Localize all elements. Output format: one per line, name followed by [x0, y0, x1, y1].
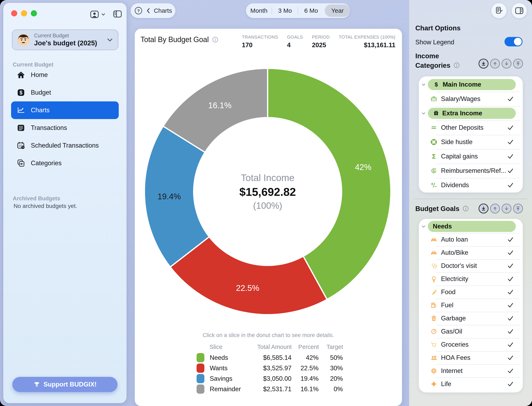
sort-move-down-button[interactable]: [502, 204, 511, 213]
donut-chart[interactable]: 42%22.5%19.4%16.1%: [140, 64, 395, 319]
goal-row-internet[interactable]: Internet: [419, 364, 523, 377]
sidebar-item-categories[interactable]: Categories: [11, 154, 119, 172]
chevron-down-icon: [106, 36, 113, 43]
legend-slice-name: Wants: [209, 363, 250, 373]
goal-row-electricity[interactable]: Electricity: [419, 272, 523, 285]
person-crop-square-icon: [89, 9, 99, 19]
chevron-down-icon[interactable]: [421, 82, 426, 87]
sort-move-to-top-button[interactable]: [513, 59, 523, 69]
lightbulb-icon: [430, 275, 438, 283]
minimize-button[interactable]: [21, 10, 27, 16]
legend-target: 30%: [319, 363, 343, 373]
goal-row-gas-oil[interactable]: Gas/Oil: [419, 325, 523, 338]
sidebar-item-label: Scheduled Transactions: [31, 142, 99, 149]
goal-row-auto-bike[interactable]: Auto/Bike: [419, 246, 523, 259]
sort-move-to-bottom-button[interactable]: [479, 204, 488, 213]
budget-goals-title-text: Budget Goals: [415, 205, 459, 212]
income-group-extra-income[interactable]: Extra Income: [419, 106, 523, 121]
sidebar-item-charts[interactable]: Charts: [11, 102, 119, 119]
sidebar-item-label: Home: [31, 71, 48, 79]
stat-goals: GOALS 4: [287, 35, 303, 49]
info-icon[interactable]: [453, 62, 460, 69]
sort-move-up-button[interactable]: [490, 59, 500, 69]
segment-month[interactable]: Month: [246, 3, 272, 18]
arrow-down-icon: [504, 61, 510, 66]
goal-row-garbage[interactable]: Garbage: [419, 312, 523, 325]
segment-label: Month: [250, 7, 267, 14]
info-icon[interactable]: [462, 205, 469, 212]
segment-year[interactable]: Year: [325, 5, 350, 17]
income-category-row-other-deposits[interactable]: Other Deposits: [419, 121, 523, 135]
legend-swatch-wants: [197, 363, 204, 373]
home-icon: [16, 70, 25, 80]
chart-title: Total By Budget Goal: [140, 35, 209, 44]
income-category-row-dividends[interactable]: Dividends: [419, 178, 523, 192]
checkmark-icon: [507, 124, 514, 131]
goals-sort-buttons: [479, 204, 523, 213]
segment-label: 6 Mo: [304, 7, 318, 14]
stat-transactions: TRANSACTIONS 170: [242, 35, 278, 49]
sidebar-item-home[interactable]: Home: [11, 66, 119, 84]
sidebar-item-transactions[interactable]: Transactions: [11, 119, 119, 137]
info-icon[interactable]: [212, 36, 219, 43]
arrow-down-icon: [504, 206, 510, 211]
stat-label: PERIOD: [312, 35, 330, 40]
legend-percent: 22.5%: [292, 363, 319, 373]
chart-list-menu-button[interactable]: [491, 3, 507, 18]
chevron-down-icon[interactable]: [421, 224, 426, 229]
stat-value: $13,161.11: [339, 42, 395, 49]
budget-selector[interactable]: Current Budget Joe's budget (2025): [12, 29, 118, 50]
toggle-sidebar-button[interactable]: [112, 9, 122, 20]
account-menu-button[interactable]: [89, 9, 106, 19]
support-budgix-button[interactable]: Support BUDGIX!: [12, 377, 118, 392]
sidebar-left-icon: [112, 9, 122, 19]
arrow-down-to-line-icon: [481, 61, 486, 66]
legend-row-savings: Savings $3,050.00 19.4% 20%: [196, 373, 343, 384]
sort-move-to-bottom-button[interactable]: [479, 59, 488, 69]
chevron-down-icon[interactable]: [421, 111, 426, 116]
goal-row-life[interactable]: Life: [419, 377, 523, 391]
segment-3mo[interactable]: 3 Mo: [272, 3, 298, 18]
chart-card: Total By Budget Goal TRANSACTIONS 170 GO…: [135, 29, 402, 406]
goal-label: Food: [441, 288, 456, 296]
segment-6mo[interactable]: 6 Mo: [298, 3, 324, 18]
goal-row-food[interactable]: Food: [419, 285, 523, 299]
stat-label: TOTAL EXPENSES (100%): [339, 35, 395, 40]
category-label: Salary/Wages: [441, 95, 480, 103]
toggle-right-panel-button[interactable]: [512, 3, 527, 18]
show-legend-toggle[interactable]: [504, 37, 523, 46]
goal-row-auto-loan[interactable]: Auto loan: [419, 233, 523, 246]
arrow-up-to-line-icon: [515, 206, 521, 211]
income-group-main-income[interactable]: $ Main Income: [419, 77, 523, 92]
sidebar-item-budget[interactable]: $ Budget: [11, 84, 119, 102]
sort-move-up-button[interactable]: [490, 204, 500, 213]
group-pill: Extra Income: [428, 108, 516, 119]
zoom-button[interactable]: [31, 10, 37, 16]
goal-row-groceries[interactable]: Groceries: [419, 338, 523, 351]
legend-percent: 42%: [292, 352, 319, 363]
legend-header-row: Slice Total Amount Percent Target: [196, 344, 343, 352]
income-category-row-reimbursements[interactable]: $ Reimbursements/Ref...: [419, 164, 523, 178]
income-category-row-side-hustle[interactable]: Side hustle: [419, 135, 523, 149]
sidebar-nav: Home $ Budget Charts: [11, 66, 119, 172]
budget-selector-value: Joe's budget (2025): [34, 39, 106, 47]
income-category-row-capital-gains[interactable]: Σ Capital gains: [419, 149, 523, 164]
goal-row-hoa-fees[interactable]: HOA Fees: [419, 351, 523, 364]
goal-row-doctors-visit[interactable]: Doctor's visit: [419, 259, 523, 272]
arrow-up-icon: [492, 206, 498, 211]
list-icon: [16, 123, 25, 132]
goals-group-needs[interactable]: Needs: [419, 220, 523, 233]
sort-move-down-button[interactable]: [502, 59, 511, 69]
help-icon[interactable]: ?: [134, 6, 143, 15]
goal-label: Fuel: [441, 302, 453, 309]
legend-header-slice: Slice: [209, 344, 250, 352]
sort-move-to-top-button[interactable]: [513, 204, 523, 213]
goal-label: Auto loan: [441, 236, 468, 243]
charts-back-button[interactable]: ? Charts: [131, 3, 175, 18]
document-list-icon: [494, 6, 504, 15]
goal-row-fuel[interactable]: Fuel: [419, 299, 523, 312]
stat-label: TRANSACTIONS: [242, 35, 278, 40]
sidebar-item-scheduled-transactions[interactable]: Scheduled Transactions: [11, 137, 119, 154]
income-category-row-salary-wages[interactable]: Salary/Wages: [419, 92, 523, 106]
close-button[interactable]: [11, 10, 17, 16]
